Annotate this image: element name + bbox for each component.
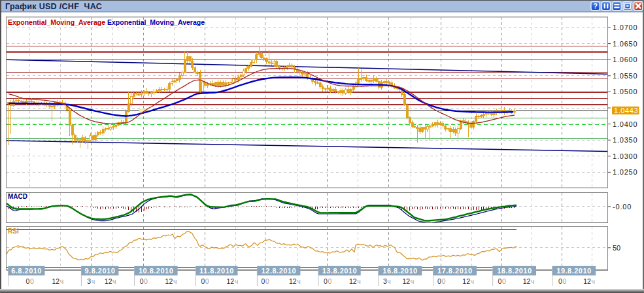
svg-text:12: 12 [349, 277, 357, 285]
svg-text:0: 0 [328, 277, 331, 285]
svg-text:ч: ч [531, 277, 534, 285]
svg-text:ч: ч [92, 277, 95, 285]
svg-text:График USD /CHF ЧАС: График USD /CHF ЧАС [5, 2, 102, 11]
svg-text:10.8.2010: 10.8.2010 [139, 267, 173, 275]
svg-text:6.8.2010: 6.8.2010 [11, 267, 42, 275]
svg-text:0: 0 [262, 277, 265, 285]
svg-text:-0.00: -0.00 [613, 203, 632, 211]
svg-text:13.8.2010: 13.8.2010 [322, 267, 357, 275]
svg-text:1.0250: 1.0250 [613, 168, 637, 176]
svg-text:0: 0 [205, 277, 209, 285]
svg-text:3: 3 [87, 277, 91, 285]
svg-text:12: 12 [105, 277, 112, 285]
svg-text:12: 12 [289, 277, 297, 285]
svg-text:3: 3 [383, 277, 387, 285]
svg-text:0: 0 [140, 277, 144, 285]
svg-text:1.0400: 1.0400 [613, 120, 637, 128]
svg-text:0: 0 [30, 277, 34, 285]
svg-text:1.0443: 1.0443 [614, 107, 638, 114]
svg-text:1.0500: 1.0500 [613, 88, 637, 95]
svg-text:12: 12 [165, 277, 173, 285]
svg-text:16.8.2010: 16.8.2010 [382, 267, 417, 275]
svg-text:ч: ч [357, 277, 360, 285]
svg-text:ч: ч [471, 277, 474, 285]
svg-text:MACD: MACD [8, 193, 27, 200]
svg-text:0: 0 [498, 277, 502, 285]
svg-text:RSI: RSI [8, 228, 19, 235]
svg-text:1.0350: 1.0350 [613, 136, 637, 144]
svg-text:0: 0 [558, 277, 562, 285]
svg-text:0: 0 [442, 277, 446, 285]
svg-text:1.0300: 1.0300 [613, 152, 637, 160]
svg-text:19.8.2010: 19.8.2010 [556, 267, 591, 275]
svg-text:11.8.2010: 11.8.2010 [199, 267, 234, 275]
svg-text:12: 12 [52, 277, 59, 285]
svg-text:ч: ч [297, 277, 300, 285]
svg-text:0: 0 [144, 277, 148, 285]
svg-text:1.0600: 1.0600 [613, 56, 637, 63]
svg-text:18.8.2010: 18.8.2010 [497, 267, 532, 275]
svg-text:0: 0 [265, 277, 269, 285]
svg-text:17.8.2010: 17.8.2010 [437, 267, 472, 275]
svg-text:ч: ч [173, 277, 177, 285]
svg-text:12: 12 [227, 277, 235, 285]
svg-text:12: 12 [402, 277, 410, 285]
svg-text:12: 12 [462, 277, 470, 285]
svg-text:12: 12 [583, 277, 591, 285]
svg-text:ч: ч [112, 277, 116, 285]
svg-text:?: ? [593, 2, 598, 10]
svg-text:ч: ч [235, 277, 238, 285]
svg-text:12: 12 [523, 277, 531, 285]
svg-text:50: 50 [613, 244, 620, 252]
svg-text:0: 0 [201, 277, 205, 285]
svg-text:ч: ч [592, 277, 595, 285]
svg-text:0: 0 [502, 277, 506, 285]
svg-text:1.0700: 1.0700 [613, 24, 637, 31]
svg-text:1.0650: 1.0650 [613, 40, 637, 48]
svg-text:0: 0 [26, 277, 30, 285]
svg-text:0: 0 [437, 277, 441, 285]
svg-text:0: 0 [324, 277, 328, 285]
svg-text:9.8.2010: 9.8.2010 [84, 267, 115, 275]
svg-text:ч: ч [387, 277, 390, 285]
svg-text:ч: ч [60, 277, 63, 285]
svg-text:0: 0 [562, 277, 566, 285]
svg-text:Exponential_Moving_Average: Exponential_Moving_Average [8, 18, 105, 26]
svg-text:1.0550: 1.0550 [613, 72, 637, 80]
svg-text:ч: ч [411, 277, 414, 285]
svg-text:Exponential_Moving_Average: Exponential_Moving_Average [107, 18, 205, 26]
svg-text:12.8.2010: 12.8.2010 [262, 267, 296, 275]
